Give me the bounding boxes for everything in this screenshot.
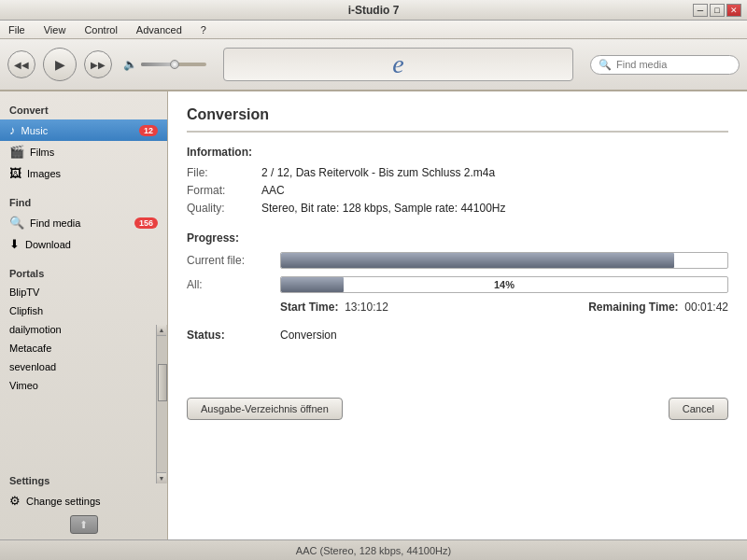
toolbar: ◀◀ ▶ ▶▶ 🔈 e 🔍	[0, 39, 747, 91]
all-fill	[281, 277, 344, 292]
all-percent-text: 14%	[494, 279, 514, 290]
sidebar-item-sevenload[interactable]: sevenload	[0, 357, 167, 376]
sidebar-find-label: Find	[0, 191, 167, 212]
sidebar-item-vimeo[interactable]: Vimeo	[0, 376, 167, 395]
volume-control: 🔈	[123, 58, 206, 71]
sidebar-item-music[interactable]: ♪ Music 12	[0, 119, 167, 141]
file-value: 2 / 12, Das Reitervolk - Bis zum Schluss…	[261, 166, 495, 179]
sidebar-item-images[interactable]: 🖼 Images	[0, 162, 167, 184]
volume-icon: 🔈	[123, 58, 137, 71]
status-bar-text: AAC (Stereo, 128 kbps, 44100Hz)	[296, 545, 451, 556]
download-icon: ⬇	[9, 237, 20, 251]
menu-advanced[interactable]: Advanced	[132, 22, 187, 37]
download-label: Download	[25, 239, 158, 250]
sidebar-item-metacafe[interactable]: Metacafe	[0, 339, 167, 357]
start-time-label: Start Time:	[280, 301, 338, 314]
all-progress-row: All: 14%	[187, 276, 728, 293]
forward-button[interactable]: ▶▶	[84, 50, 112, 78]
close-button[interactable]: ✕	[726, 4, 741, 17]
sidebar-item-bliptv[interactable]: BlipTV	[0, 283, 167, 301]
images-icon: 🖼	[9, 166, 21, 180]
dailymotion-label: dailymotion	[9, 324, 158, 335]
timing-remaining: Remaining Time: 00:01:42	[588, 301, 728, 314]
browser-logo: e	[392, 49, 403, 79]
bliptv-label: BlipTV	[9, 287, 158, 298]
search-icon: 🔍	[599, 59, 612, 71]
info-quality-row: Quality: Stereo, Bit rate: 128 kbps, Sam…	[187, 202, 728, 215]
info-file-row: File: 2 / 12, Das Reitervolk - Bis zum S…	[187, 166, 728, 179]
sidebar: Convert ♪ Music 12 🎬 Films 🖼 Images Find…	[0, 91, 168, 539]
status-label: Status:	[187, 329, 280, 342]
rewind-button[interactable]: ◀◀	[7, 50, 35, 78]
info-format-row: Format: AAC	[187, 184, 728, 197]
sidebar-item-dailymotion[interactable]: dailymotion	[0, 320, 167, 339]
menu-view[interactable]: View	[39, 22, 71, 37]
browser-area: e	[223, 48, 573, 81]
sidebar-convert-label: Convert	[0, 99, 167, 119]
sidebar-item-change-settings[interactable]: ⚙ Change settings	[0, 490, 157, 511]
status-bar: AAC (Stereo, 128 kbps, 44100Hz)	[0, 539, 747, 560]
current-file-progress-bar	[280, 252, 728, 269]
minimize-button[interactable]: ─	[693, 4, 708, 17]
format-label: Format:	[187, 184, 261, 197]
vimeo-label: Vimeo	[9, 380, 158, 391]
progress-section-header: Progress:	[187, 231, 728, 245]
change-settings-label: Change settings	[26, 496, 148, 507]
sevenload-label: sevenload	[9, 361, 158, 372]
sidebar-item-films[interactable]: 🎬 Films	[0, 141, 167, 162]
scrollbar-thumb[interactable]	[158, 364, 167, 401]
all-progress-bar: 14%	[280, 276, 728, 293]
menu-file[interactable]: File	[4, 22, 30, 37]
find-media-icon: 🔍	[9, 216, 24, 230]
current-file-progress-row: Current file:	[187, 252, 728, 269]
remaining-value: 00:01:42	[684, 301, 728, 314]
scrollbar-down-button[interactable]: ▼	[157, 472, 166, 483]
sidebar-bottom-icon[interactable]: ⬆	[70, 515, 98, 534]
search-box[interactable]: 🔍	[590, 55, 740, 75]
menu-control[interactable]: Control	[79, 22, 121, 37]
cancel-button[interactable]: Cancel	[669, 398, 728, 420]
main-layout: Convert ♪ Music 12 🎬 Films 🖼 Images Find…	[0, 91, 747, 539]
progress-section: Progress: Current file: All: 14% Start T…	[187, 231, 728, 314]
clipfish-label: Clipfish	[9, 305, 158, 316]
music-badge: 12	[139, 125, 158, 136]
scrollbar-up-button[interactable]: ▲	[157, 325, 166, 336]
remaining-label: Remaining Time:	[588, 301, 678, 314]
sidebar-item-find-media[interactable]: 🔍 Find media 156	[0, 212, 167, 233]
current-file-label: Current file:	[187, 254, 280, 267]
sidebar-settings-label: Settings	[0, 469, 157, 490]
sidebar-item-download[interactable]: ⬇ Download	[0, 233, 167, 255]
find-media-badge: 156	[134, 217, 158, 229]
window-title: i-Studio 7	[348, 4, 400, 17]
content-area: Conversion Information: File: 2 / 12, Da…	[168, 91, 747, 539]
films-label: Films	[30, 147, 158, 158]
menu-help[interactable]: ?	[196, 22, 211, 37]
find-media-label: Find media	[30, 217, 129, 229]
quality-label: Quality:	[187, 202, 261, 215]
sidebar-scrollbar[interactable]: ▲ ▼	[156, 325, 167, 483]
images-label: Images	[27, 168, 158, 179]
current-file-fill	[281, 253, 674, 268]
volume-knob[interactable]	[170, 60, 179, 69]
timing-start: Start Time: 13:10:12	[280, 301, 388, 314]
start-time-value: 13:10:12	[345, 301, 388, 314]
open-directory-button[interactable]: Ausgabe-Verzeichnis öffnen	[187, 398, 343, 420]
all-label: All:	[187, 278, 280, 291]
status-value: Conversion	[280, 329, 337, 342]
sidebar-item-clipfish[interactable]: Clipfish	[0, 301, 167, 320]
maximize-button[interactable]: □	[710, 4, 725, 17]
music-label: Music	[21, 125, 134, 136]
format-value: AAC	[261, 184, 285, 197]
play-button[interactable]: ▶	[43, 48, 77, 81]
volume-slider[interactable]	[141, 63, 206, 66]
content-title: Conversion	[187, 106, 728, 133]
sidebar-portals-label: Portals	[0, 262, 167, 283]
content-footer: Ausgabe-Verzeichnis öffnen Cancel	[187, 342, 728, 420]
settings-gear-icon: ⚙	[9, 494, 21, 508]
quality-value: Stereo, Bit rate: 128 kbps, Sample rate:…	[261, 202, 505, 215]
window-controls: ─ □ ✕	[693, 4, 741, 17]
sidebar-settings-section: Settings ⚙ Change settings	[0, 469, 157, 511]
search-input[interactable]	[616, 59, 728, 70]
file-label: File:	[187, 166, 261, 179]
info-section-header: Information:	[187, 146, 728, 159]
